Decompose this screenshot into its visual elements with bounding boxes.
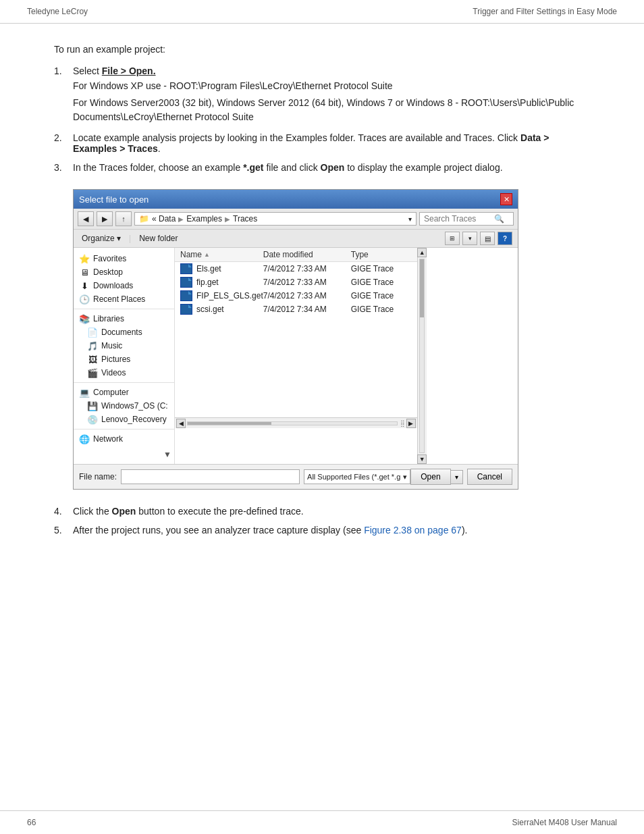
footer-right: SierraNet M408 User Manual: [512, 818, 617, 827]
sidebar-item-videos[interactable]: 🎬 Videos: [74, 366, 174, 380]
help-button[interactable]: ?: [498, 232, 512, 245]
cancel-button[interactable]: Cancel: [467, 469, 512, 485]
filetype-dropdown[interactable]: All Supported Files (*.get *.g ▾: [304, 469, 410, 484]
breadcrumb-part3: Traces: [233, 214, 257, 224]
file-name-1: Els.get: [196, 264, 221, 273]
scroll-left-button[interactable]: ◀: [176, 419, 186, 428]
col-name-label: Name: [180, 250, 202, 259]
horizontal-scrollbar[interactable]: ◀ ⣿ ▶: [175, 417, 417, 428]
videos-label: Videos: [101, 368, 126, 377]
back-button[interactable]: ◀: [78, 211, 94, 226]
dialog-close-button[interactable]: ✕: [500, 193, 512, 205]
table-row[interactable]: Els.get 7/4/2012 7:33 AM GIGE Trace: [175, 262, 417, 276]
col-date[interactable]: Date modified: [263, 250, 351, 259]
toolbar-right: ⊞ ▾ ▤ ?: [445, 232, 512, 245]
sidebar-item-music[interactable]: 🎵 Music: [74, 339, 174, 353]
search-bar[interactable]: 🔍: [419, 212, 514, 226]
file-name-cell-1: Els.get: [180, 263, 263, 274]
table-row[interactable]: scsi.get 7/4/2012 7:34 AM GIGE Trace: [175, 303, 417, 316]
file-date-2: 7/4/2012 7:33 AM: [263, 278, 351, 287]
view-icons-button[interactable]: ▤: [480, 232, 495, 245]
sidebar-item-windows7[interactable]: 💾 Windows7_OS (C:: [74, 399, 174, 413]
file-icon-3: [180, 290, 192, 301]
sidebar-item-documents[interactable]: 📄 Documents: [74, 325, 174, 339]
scroll-right-button[interactable]: ▶: [406, 419, 416, 428]
step-1-content: Select File > Open. For Windows XP use -…: [73, 66, 590, 124]
step-4-text1: Click the: [73, 506, 112, 517]
page-header: Teledyne LeCroy Trigger and Filter Setti…: [0, 0, 644, 24]
scroll-down-button[interactable]: ▼: [417, 454, 427, 464]
steps-list-cont: Click the Open button to execute the pre…: [54, 506, 590, 536]
file-icon-1: [180, 263, 192, 274]
file-open-label: File > Open.: [102, 66, 156, 76]
videos-icon: 🎬: [87, 367, 98, 378]
breadcrumb-dropdown-arrow[interactable]: ▾: [408, 215, 412, 223]
step-4-content: Click the Open button to execute the pre…: [73, 506, 590, 517]
new-folder-button[interactable]: New folder: [136, 232, 180, 244]
breadcrumb-bar[interactable]: 📁 « Data ▶ Examples ▶ Traces ▾: [134, 212, 417, 226]
dialog-titlebar-buttons: ✕: [500, 193, 512, 205]
sidebar-item-recent-places[interactable]: 🕒 Recent Places: [74, 292, 174, 306]
sidebar-item-favorites[interactable]: ⭐ Favorites: [74, 252, 174, 265]
step-5-content: After the project runs, you see an analy…: [73, 525, 590, 536]
windows7-label: Windows7_OS (C:: [101, 401, 168, 411]
step-2-text1: Locate example analysis projects by look…: [73, 132, 520, 143]
open-dropdown-button[interactable]: ▾: [451, 470, 463, 484]
sidebar-divider-2: [74, 382, 174, 383]
dialog-body: ⭐ Favorites 🖥 Desktop ⬇ Downloads 🕒 Rece…: [74, 248, 518, 464]
forward-button[interactable]: ▶: [97, 211, 113, 226]
step-2: Locate example analysis projects by look…: [54, 132, 590, 154]
step-3-content: In the Traces folder, choose an example …: [73, 162, 590, 173]
sidebar-item-lenovo[interactable]: 💿 Lenovo_Recovery: [74, 413, 174, 426]
view-dropdown-button[interactable]: ▾: [462, 232, 477, 245]
sidebar-item-desktop[interactable]: 🖥 Desktop: [74, 265, 174, 279]
figure-link[interactable]: Figure 2.38 on page 67: [364, 525, 462, 536]
search-input[interactable]: [424, 214, 491, 224]
sidebar-item-downloads[interactable]: ⬇ Downloads: [74, 279, 174, 292]
sidebar-item-pictures[interactable]: 🖼 Pictures: [74, 353, 174, 366]
step-5: After the project runs, you see an analy…: [54, 525, 590, 536]
col-type[interactable]: Type: [351, 250, 412, 259]
sidebar-item-computer[interactable]: 💻 Computer: [74, 386, 174, 399]
folder-icon: 📁: [139, 214, 149, 224]
music-icon: 🎵: [87, 340, 98, 351]
file-name-3: FIP_ELS_GLS.get: [196, 291, 263, 301]
view-details-button[interactable]: ⊞: [445, 232, 460, 245]
open-button[interactable]: Open: [410, 469, 450, 485]
sidebar-divider-3: [74, 429, 174, 429]
table-row[interactable]: fip.get 7/4/2012 7:33 AM GIGE Trace: [175, 276, 417, 289]
desktop-icon: 🖥: [79, 267, 90, 278]
table-row[interactable]: FIP_ELS_GLS.get 7/4/2012 7:33 AM GIGE Tr…: [175, 289, 417, 303]
step-1-sub1: For Windows XP use - ROOT:\Program Files…: [73, 79, 590, 93]
filename-input[interactable]: [121, 469, 300, 484]
computer-section: 💻 Computer 💾 Windows7_OS (C: 💿 Lenovo_Re…: [74, 386, 174, 426]
file-name-4: scsi.get: [196, 305, 224, 314]
sidebar-scroll-down[interactable]: ▼: [74, 447, 174, 459]
toolbar-separator: |: [129, 234, 131, 243]
windows7-icon: 💾: [87, 400, 98, 411]
sidebar-item-network[interactable]: 🌐 Network: [74, 432, 174, 446]
up-button[interactable]: ↑: [115, 211, 132, 226]
main-content: To run an example project: Select File >…: [0, 24, 644, 584]
step-5-text2: ).: [462, 525, 468, 536]
toolbar-left: Organize ▾ | New folder: [79, 232, 181, 244]
documents-label: Documents: [101, 328, 142, 337]
scroll-up-button[interactable]: ▲: [417, 248, 427, 257]
breadcrumb-part1: « Data: [152, 214, 176, 224]
recent-places-label: Recent Places: [93, 294, 145, 304]
footer-left: 66: [27, 818, 36, 827]
dialog-title: Select file to open: [79, 194, 149, 205]
open-btn-group: Open ▾: [410, 469, 462, 485]
step-5-text1: After the project runs, you see an analy…: [73, 525, 364, 536]
col-name[interactable]: Name ▲: [180, 250, 263, 259]
libraries-label: Libraries: [93, 314, 124, 323]
music-label: Music: [101, 341, 122, 350]
file-list-area: Name ▲ Date modified Type: [175, 248, 427, 464]
file-date-3: 7/4/2012 7:33 AM: [263, 291, 351, 301]
sidebar-item-libraries[interactable]: 📚 Libraries: [74, 312, 174, 325]
lenovo-icon: 💿: [87, 414, 98, 425]
organize-button[interactable]: Organize ▾: [79, 232, 124, 244]
filetype-label: All Supported Files (*.get *.g: [307, 473, 400, 481]
file-list: Els.get 7/4/2012 7:33 AM GIGE Trace fip.…: [175, 262, 417, 316]
dialog-nav-bar: ◀ ▶ ↑ 📁 « Data ▶ Examples ▶ Traces ▾ 🔍: [74, 209, 518, 230]
